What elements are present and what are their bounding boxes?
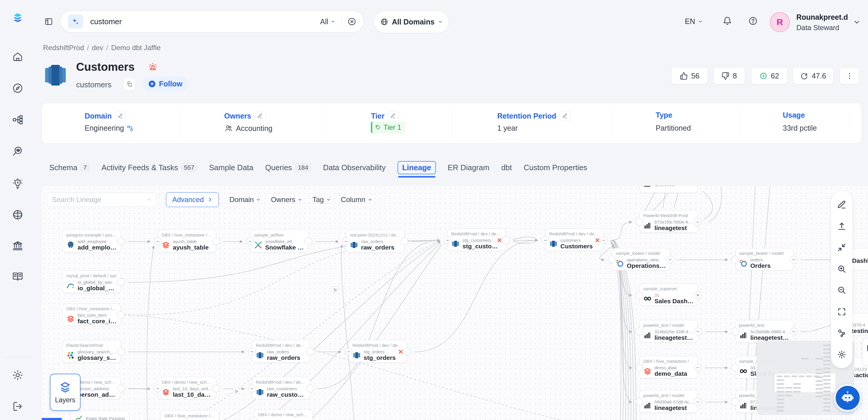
lineage-node-last10[interactable]: DBX / demo / new_schemalast_10_days_orde… bbox=[158, 377, 216, 399]
lineage-node-orders[interactable]: sample_looker / modelordersOrders− bbox=[735, 248, 794, 270]
lineage-node-stgo[interactable]: RedshiftProd / dev / demo_dbt_jafflestg_… bbox=[349, 340, 407, 362]
breadcrumb-item[interactable]: RedshiftProd bbox=[43, 44, 84, 52]
insights-icon[interactable] bbox=[11, 177, 24, 190]
collapse-upstream-port[interactable]: − bbox=[345, 348, 352, 355]
more-actions-button[interactable] bbox=[840, 67, 859, 84]
failed-check-icon[interactable] bbox=[497, 238, 502, 243]
lineage-node-l2w2[interactable]: powerbi_test5c2bd38b-6980-44c5-9a81-7b3.… bbox=[735, 320, 794, 342]
lineage-node-opsview[interactable]: sample_looker / modeloperations_viewOper… bbox=[612, 248, 670, 270]
collapse-upstream-port[interactable]: − bbox=[342, 237, 350, 245]
upstream-port[interactable] bbox=[636, 328, 643, 335]
lineage-node-glossary[interactable]: ElasticSearchProdglossary_search_indexgl… bbox=[63, 340, 121, 362]
ai-sparkle-icon[interactable] bbox=[68, 14, 83, 29]
failed-check-icon[interactable] bbox=[595, 238, 600, 243]
zoom-in-icon[interactable] bbox=[836, 263, 848, 275]
atlan-logo[interactable] bbox=[11, 11, 24, 24]
web-globe-icon[interactable] bbox=[11, 208, 24, 221]
tab-dbt[interactable]: dbt bbox=[501, 163, 512, 172]
home-icon[interactable] bbox=[11, 50, 24, 63]
lineage-node-stgc[interactable]: RedshiftProd / dev / demo_dbt_jafflestg_… bbox=[447, 229, 506, 251]
help-icon[interactable] bbox=[748, 16, 758, 26]
tier-badge[interactable]: Tier 1 bbox=[371, 121, 405, 133]
downstream-port[interactable] bbox=[117, 348, 125, 355]
governance-bank-icon[interactable] bbox=[11, 239, 24, 252]
export-upload-icon[interactable] bbox=[836, 220, 848, 232]
breadcrumb[interactable]: RedshiftProd/dev/Demo dbt Jaffle bbox=[43, 44, 160, 52]
collapse-upstream-port[interactable]: − bbox=[248, 385, 256, 392]
collapse-upstream-port[interactable]: − bbox=[541, 236, 549, 244]
lineage-node-fact[interactable]: DBX / hive_metastore / defaultfact_core_… bbox=[63, 303, 121, 326]
downstream-port[interactable] bbox=[502, 236, 510, 244]
tab-sample-data[interactable]: Sample Data bbox=[209, 163, 253, 172]
lineage-node-ayush[interactable]: DBX / hive_metastore / defaultayush_tabl… bbox=[158, 230, 216, 252]
collapse-upstream-port[interactable]: − bbox=[154, 385, 162, 392]
process-icon[interactable] bbox=[332, 287, 338, 293]
right-edge-panel[interactable] bbox=[862, 338, 868, 365]
user-menu-chevron[interactable] bbox=[853, 18, 861, 26]
breadcrumb-item[interactable]: dev bbox=[92, 44, 103, 52]
lineage-node-cust[interactable]: RedshiftProd / dev / demo_dbt_jafflecust… bbox=[545, 229, 604, 251]
domains-dropdown[interactable]: All Domains bbox=[374, 11, 449, 33]
lineage-node-demo[interactable]: DBX / hive_metastore / defaultdemo_datad… bbox=[640, 356, 698, 379]
settings-gear-icon[interactable] bbox=[11, 369, 24, 382]
lineage-search-input[interactable] bbox=[51, 195, 147, 204]
lineage-node-raw2[interactable]: RedshiftProd / dev / demo_dbt_jaffleraw_… bbox=[252, 340, 310, 362]
expand-downstream-port[interactable]: + bbox=[694, 291, 702, 299]
lineage-search[interactable] bbox=[47, 192, 156, 207]
downstream-port[interactable] bbox=[117, 385, 125, 392]
tab-queries[interactable]: Queries184 bbox=[265, 163, 311, 172]
process-icon[interactable] bbox=[233, 388, 240, 394]
collapse-downstream-port[interactable]: − bbox=[694, 364, 702, 371]
edit-domain-button[interactable] bbox=[115, 111, 126, 121]
collapse-downstream-port[interactable]: − bbox=[600, 236, 608, 244]
collapse-downstream-port[interactable]: − bbox=[694, 328, 702, 335]
upvote-button[interactable]: 56 bbox=[671, 67, 708, 84]
tab-custom-properties[interactable]: Custom Properties bbox=[524, 163, 587, 172]
lineage-filter-tag[interactable]: Tag bbox=[312, 196, 331, 204]
tab-activity-feeds-tasks[interactable]: Activity Feeds & Tasks557 bbox=[101, 163, 197, 172]
lineage-node-omone[interactable]: omone− bbox=[640, 186, 698, 193]
zoom-out-icon[interactable] bbox=[836, 284, 848, 296]
lineage-node-dbxp1[interactable]: DBX / hive_metastore / default bbox=[161, 411, 219, 420]
notifications-bell-icon[interactable] bbox=[722, 16, 732, 26]
downstream-port[interactable] bbox=[403, 348, 411, 355]
upstream-port[interactable] bbox=[732, 364, 739, 371]
watchers-button[interactable]: 62 bbox=[751, 67, 787, 84]
tab-lineage[interactable]: Lineage bbox=[398, 161, 436, 174]
downstream-port[interactable] bbox=[117, 278, 125, 286]
lineage-node-snow[interactable]: sample_airflowsnowflake_etlSnowflake ETL… bbox=[250, 230, 309, 252]
collapse-upstream-port[interactable]: − bbox=[154, 237, 162, 245]
discover-icon[interactable] bbox=[11, 145, 24, 158]
tab-schema[interactable]: Schema7 bbox=[49, 163, 90, 172]
global-search-bar[interactable]: All bbox=[60, 11, 364, 32]
clear-search-icon[interactable] bbox=[347, 17, 356, 26]
explore-compass-icon[interactable] bbox=[11, 82, 24, 95]
upstream-port[interactable] bbox=[608, 256, 616, 263]
upstream-port[interactable] bbox=[732, 328, 739, 335]
search-input[interactable] bbox=[90, 17, 320, 27]
lineage-node-ltest2[interactable]: powerbi_test / modelf4fd30a6-57d8-4cf9-b… bbox=[640, 390, 698, 413]
collapse-downstream-port[interactable]: − bbox=[666, 256, 674, 263]
collapse-downstream-port[interactable]: − bbox=[694, 218, 702, 226]
collapse-downstream-port[interactable]: − bbox=[790, 328, 798, 335]
lineage-node-exam[interactable]: Exam Rate Passing bbox=[71, 411, 129, 420]
failed-check-icon[interactable] bbox=[398, 349, 403, 354]
tab-er-diagram[interactable]: ER Diagram bbox=[448, 163, 490, 172]
lineage-canvas[interactable]: postgres-example / postgres / production… bbox=[41, 186, 868, 420]
refresh-score-button[interactable]: 47.6 bbox=[793, 67, 834, 84]
collapse-upstream-port[interactable]: − bbox=[246, 237, 254, 245]
upstream-port[interactable] bbox=[732, 398, 739, 406]
collapse-upstream-port[interactable]: − bbox=[248, 348, 256, 355]
alert-siren-icon[interactable] bbox=[148, 62, 157, 71]
downstream-port[interactable] bbox=[212, 385, 220, 392]
downvote-button[interactable]: 8 bbox=[713, 67, 745, 84]
ai-assistant-button[interactable] bbox=[836, 386, 860, 410]
upstream-port[interactable] bbox=[732, 256, 739, 263]
downstream-port[interactable] bbox=[401, 237, 408, 245]
collapse-view-icon[interactable] bbox=[836, 242, 848, 253]
upstream-port[interactable] bbox=[636, 364, 643, 371]
lineage-node-dbxp2[interactable]: DBX / demo / new_schema bbox=[254, 409, 313, 420]
downstream-port[interactable] bbox=[306, 348, 314, 355]
owners-value[interactable]: Accounting bbox=[236, 124, 273, 133]
copy-name-button[interactable] bbox=[124, 78, 135, 90]
